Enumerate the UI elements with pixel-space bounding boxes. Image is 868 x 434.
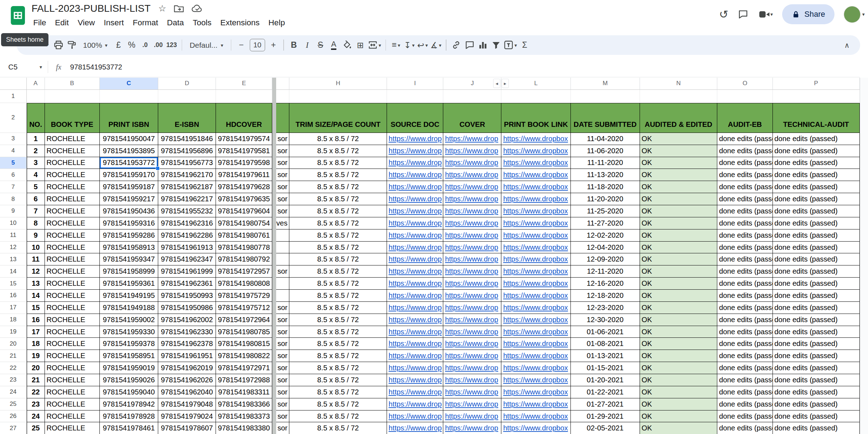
cell-D4[interactable]: 9781541956896: [158, 145, 216, 157]
cell-H27[interactable]: 8.5 x 8.5 / 72: [289, 422, 387, 434]
cell-M13[interactable]: 12-09-2020: [571, 253, 640, 265]
menu-format[interactable]: Format: [128, 17, 162, 29]
cell-I9[interactable]: https://www.drop: [387, 205, 443, 217]
cell-N9[interactable]: OK: [640, 205, 718, 217]
cell-E11[interactable]: 9781541980761: [216, 229, 272, 242]
cell-D22[interactable]: 9781541962019: [158, 362, 216, 374]
cell-C25[interactable]: 9781541978942: [100, 398, 159, 410]
cell-N26[interactable]: OK: [640, 410, 718, 423]
horizontal-align-button[interactable]: ≡▾: [389, 38, 403, 52]
table-header-cell[interactable]: SOURCE DOC: [387, 103, 443, 133]
cell-M21[interactable]: 01-13-2021: [571, 350, 640, 362]
row-header-3[interactable]: 3: [0, 133, 27, 145]
cell[interactable]: [501, 90, 570, 103]
cell-I10[interactable]: https://www.drop: [387, 217, 443, 229]
cell[interactable]: [571, 90, 640, 103]
move-folder-icon[interactable]: [174, 5, 184, 12]
cell-E23[interactable]: 9781541972988: [216, 374, 272, 386]
version-history-button[interactable]: ↺: [719, 8, 728, 21]
cell-O15[interactable]: done edits (passed): [717, 278, 773, 290]
row-header-26[interactable]: 26: [0, 410, 27, 423]
table-header-cell[interactable]: NO.: [27, 103, 45, 133]
cell-A16[interactable]: 14: [27, 290, 45, 302]
cell-clipped13[interactable]: [276, 253, 289, 265]
cell-J19[interactable]: https://www.drop: [443, 326, 501, 338]
row-header-8[interactable]: 8: [0, 193, 27, 205]
cell-E3[interactable]: 9781541979574: [216, 133, 272, 145]
cell-L6[interactable]: https://www.dropbox: [501, 169, 570, 181]
cell-clipped25[interactable]: sor: [276, 398, 289, 410]
cell-D14[interactable]: 9781541961999: [158, 265, 216, 278]
column-header-B[interactable]: B: [45, 78, 100, 90]
cell-clipped11[interactable]: [276, 229, 289, 242]
cell-P16[interactable]: done edits (passed): [773, 290, 860, 302]
cell-I19[interactable]: https://www.drop: [387, 326, 443, 338]
cell-D20[interactable]: 9781541962378: [158, 338, 216, 350]
cell-P4[interactable]: done edits (passed): [773, 145, 860, 157]
cell-J3[interactable]: https://www.drop: [443, 133, 501, 145]
cell-D23[interactable]: 9781541962026: [158, 374, 216, 386]
cell-D21[interactable]: 9781541961951: [158, 350, 216, 362]
cell-P7[interactable]: done edits (passed): [773, 181, 860, 193]
cell-clipped14[interactable]: sor: [276, 265, 289, 278]
cell-L12[interactable]: https://www.dropbox: [501, 242, 570, 254]
bold-button[interactable]: B: [287, 38, 300, 52]
cell-J17[interactable]: https://www.drop: [443, 302, 501, 314]
column-header-D[interactable]: D: [158, 78, 216, 90]
cell-N17[interactable]: OK: [640, 302, 718, 314]
cell-A18[interactable]: 16: [27, 314, 45, 326]
cell-N8[interactable]: OK: [640, 193, 718, 205]
cell-D18[interactable]: 9781541962002: [158, 314, 216, 326]
row-header-19[interactable]: 19: [0, 326, 27, 338]
cell-O8[interactable]: done edits (passed): [717, 193, 773, 205]
cell-L17[interactable]: https://www.dropbox: [501, 302, 570, 314]
cell-clipped17[interactable]: sor: [276, 302, 289, 314]
cell-J22[interactable]: https://www.drop: [443, 362, 501, 374]
menu-help[interactable]: Help: [264, 17, 289, 29]
cell-M18[interactable]: 12-30-2020: [571, 314, 640, 326]
cell-E15[interactable]: 9781541980808: [216, 278, 272, 290]
paint-format-button[interactable]: [65, 38, 78, 52]
comments-button[interactable]: [738, 9, 749, 19]
row-header-4[interactable]: 4: [0, 145, 27, 157]
cell-D16[interactable]: 9781541950993: [158, 290, 216, 302]
cell-clipped19[interactable]: sor: [276, 326, 289, 338]
cell-D17[interactable]: 9781541950986: [158, 302, 216, 314]
cell-clipped3[interactable]: sor: [276, 133, 289, 145]
row-header-24[interactable]: 24: [0, 386, 27, 398]
table-header-cell[interactable]: PRINT ISBN: [100, 103, 159, 133]
cell-J7[interactable]: https://www.drop: [443, 181, 501, 193]
cell-B3[interactable]: ROCHELLE: [45, 133, 100, 145]
cell-C19[interactable]: 9781541959330: [100, 326, 159, 338]
cell-H23[interactable]: 8.5 x 8.5 / 72: [289, 374, 387, 386]
cell-P12[interactable]: done edits (passed): [773, 242, 860, 254]
cell-L15[interactable]: https://www.dropbox: [501, 278, 570, 290]
cell-O12[interactable]: done edits (passed): [717, 242, 773, 254]
cell-B17[interactable]: ROCHELLE: [45, 302, 100, 314]
decrease-decimals-button[interactable]: .0: [138, 38, 151, 52]
cell-J20[interactable]: https://www.drop: [443, 338, 501, 350]
cell-O6[interactable]: done edits (passed): [717, 169, 773, 181]
cell-A6[interactable]: 4: [27, 169, 45, 181]
cell-clipped20[interactable]: sor: [276, 338, 289, 350]
filter-views-button[interactable]: ▾: [503, 38, 518, 52]
column-header-E[interactable]: E: [216, 78, 272, 90]
cell-B19[interactable]: ROCHELLE: [45, 326, 100, 338]
menu-edit[interactable]: Edit: [51, 17, 73, 29]
cell-E6[interactable]: 9781541979611: [216, 169, 272, 181]
vertical-scrollbar-gutter[interactable]: [860, 78, 868, 434]
cell[interactable]: [158, 90, 216, 103]
cell-N14[interactable]: OK: [640, 265, 718, 278]
cell-C15[interactable]: 9781541959361: [100, 278, 159, 290]
cell-A20[interactable]: 18: [27, 338, 45, 350]
fill-color-button[interactable]: [340, 38, 353, 52]
number-format-button[interactable]: 123: [165, 38, 178, 52]
cell-L4[interactable]: https://www.dropbox: [501, 145, 570, 157]
cell-P26[interactable]: done edits (passed): [773, 410, 860, 423]
cell-B4[interactable]: ROCHELLE: [45, 145, 100, 157]
cell-clipped12[interactable]: [276, 242, 289, 254]
cell-O9[interactable]: done edits (passed): [717, 205, 773, 217]
row-header-2[interactable]: 2: [0, 103, 27, 133]
menu-view[interactable]: View: [73, 17, 99, 29]
cell-clipped16[interactable]: [276, 290, 289, 302]
